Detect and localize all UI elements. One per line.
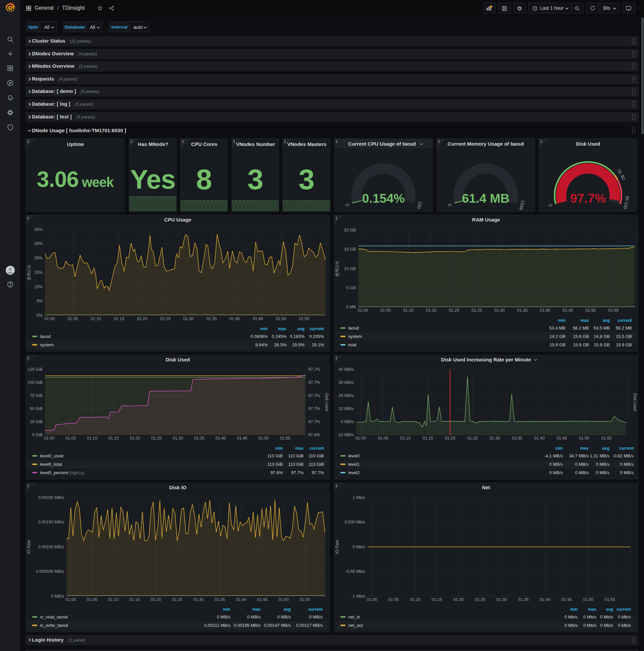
svg-text:01:05: 01:05 — [380, 308, 391, 313]
svg-text:01:10: 01:10 — [87, 436, 97, 441]
svg-text:1589: 1589 — [518, 200, 525, 211]
svg-text:01:05: 01:05 — [87, 597, 97, 602]
svg-text:0.205%: 0.205% — [309, 334, 324, 339]
svg-text:30%: 30% — [34, 227, 42, 232]
svg-text:0 MB/s: 0 MB/s — [620, 470, 634, 475]
svg-text:0 MB/s: 0 MB/s — [549, 462, 563, 467]
svg-text:97.7%: 97.7% — [308, 406, 320, 411]
svg-text:34.7 MB/s: 34.7 MB/s — [569, 453, 589, 458]
svg-text:level0_percent (right-y): level0_percent (right-y) — [40, 470, 85, 475]
svg-text:97.7%: 97.7% — [308, 367, 320, 372]
svg-text:Disk IO: Disk IO — [169, 485, 187, 490]
svg-text:01:20: 01:20 — [453, 597, 463, 602]
svg-text:0 MB/s: 0 MB/s — [341, 420, 354, 424]
svg-text:20 MB/s: 20 MB/s — [339, 393, 354, 398]
svg-text:61.4 MB: 61.4 MB — [462, 191, 510, 205]
svg-text:io_write_taosd: io_write_taosd — [40, 623, 68, 628]
svg-text:01:20: 01:20 — [130, 436, 140, 441]
svg-text:avg: avg — [297, 327, 304, 331]
svg-text:110 GiB: 110 GiB — [288, 453, 303, 458]
svg-text:0 Mb/s: 0 Mb/s — [618, 623, 631, 628]
svg-text:97.6%: 97.6% — [308, 433, 320, 437]
svg-text:97.6%: 97.6% — [270, 470, 283, 475]
svg-text:min: min — [570, 607, 578, 612]
svg-text:-10 MB/s: -10 MB/s — [337, 433, 354, 437]
svg-text:0 Mb/s: 0 Mb/s — [600, 614, 613, 619]
svg-text:Disk Used: Disk Used — [324, 393, 329, 411]
svg-text:current: current — [308, 607, 323, 612]
svg-text:0%: 0% — [37, 313, 42, 318]
svg-text:53.5 MB: 53.5 MB — [594, 326, 610, 331]
svg-text:5 GB: 5 GB — [347, 285, 356, 290]
svg-text:IO Rate: IO Rate — [335, 540, 340, 554]
svg-text:75 GiB: 75 GiB — [30, 393, 42, 398]
svg-text:system: system — [348, 334, 362, 339]
svg-text:max: max — [252, 607, 261, 612]
svg-text:01:15: 01:15 — [108, 436, 119, 441]
svg-text:01:30: 01:30 — [183, 316, 194, 321]
svg-text:max: max — [278, 327, 286, 331]
svg-text:0: 0 — [548, 204, 553, 207]
svg-text:0 Mb/s: 0 Mb/s — [353, 545, 365, 549]
svg-text:0.00147 MB/s: 0.00147 MB/s — [264, 623, 291, 628]
svg-text:01:15: 01:15 — [114, 316, 124, 321]
svg-text:0 MB/s: 0 MB/s — [596, 462, 610, 467]
svg-text:-0.50 Mb/s: -0.50 Mb/s — [346, 569, 365, 574]
svg-text:01:35: 01:35 — [214, 597, 225, 602]
svg-text:01:35: 01:35 — [518, 597, 528, 602]
svg-text:01:30: 01:30 — [173, 436, 183, 441]
svg-text:01:25: 01:25 — [151, 436, 162, 441]
svg-text:min: min — [260, 327, 268, 331]
svg-text:0.0808%: 0.0808% — [251, 334, 268, 339]
svg-text:10 GB: 10 GB — [344, 267, 356, 271]
svg-text:01:40: 01:40 — [540, 308, 550, 313]
svg-text:01:55: 01:55 — [280, 436, 290, 441]
svg-text:01:00: 01:00 — [44, 316, 55, 321]
svg-text:40 MB/s: 40 MB/s — [339, 367, 354, 372]
svg-text:01:25: 01:25 — [467, 436, 478, 441]
svg-text:system: system — [40, 342, 54, 347]
svg-text:avg: avg — [602, 446, 609, 451]
svg-text:15.9 GB: 15.9 GB — [573, 342, 589, 347]
svg-text:01:00: 01:00 — [65, 597, 76, 602]
svg-text:Disk Used Increasing Rate per: Disk Used Increasing Rate per Minute — [441, 357, 531, 363]
svg-text:0 MB/s: 0 MB/s — [51, 594, 64, 599]
svg-text:01:35: 01:35 — [194, 436, 204, 441]
svg-text:0 Mb/s: 0 Mb/s — [583, 614, 597, 619]
svg-text:0.245%: 0.245% — [272, 334, 287, 339]
svg-text:01:50: 01:50 — [258, 436, 269, 441]
svg-text:01:30: 01:30 — [494, 308, 505, 313]
svg-text:97.7%: 97.7% — [312, 470, 324, 475]
svg-text:01:45: 01:45 — [556, 436, 567, 441]
svg-text:01:15: 01:15 — [432, 597, 442, 602]
svg-text:0 MB/s: 0 MB/s — [575, 462, 589, 467]
svg-text:110 GiB: 110 GiB — [309, 453, 324, 458]
svg-text:current: current — [310, 446, 324, 451]
svg-text:01:00: 01:00 — [358, 308, 368, 313]
svg-text:-4.1 MB/s: -4.1 MB/s — [544, 453, 563, 458]
svg-text:01:25: 01:25 — [472, 308, 482, 313]
svg-text:80: 80 — [619, 174, 626, 181]
svg-text:14.2 GB: 14.2 GB — [549, 334, 566, 339]
svg-text:net_in: net_in — [348, 614, 360, 619]
svg-text:io_read_taosd: io_read_taosd — [40, 614, 67, 619]
svg-text:113 GiB: 113 GiB — [267, 462, 283, 467]
svg-text:0 Mb/s: 0 Mb/s — [565, 614, 578, 619]
svg-text:Disk Used: Disk Used — [633, 393, 637, 411]
svg-text:01:05: 01:05 — [378, 436, 388, 441]
svg-text:0.00111 MB/s: 0.00111 MB/s — [204, 623, 231, 628]
svg-text:15.9 GB: 15.9 GB — [616, 342, 632, 347]
svg-text:-1 Mb/s: -1 Mb/s — [351, 594, 365, 599]
svg-text:01:25: 01:25 — [160, 316, 170, 321]
svg-text:0.500 Mb/s: 0.500 Mb/s — [345, 520, 365, 525]
svg-text:15.9 GB: 15.9 GB — [549, 342, 566, 347]
svg-text:19.1%: 19.1% — [312, 342, 324, 347]
svg-text:0 GiB: 0 GiB — [32, 433, 42, 437]
svg-text:min: min — [223, 607, 230, 612]
svg-text:0.00150 MB/s: 0.00150 MB/s — [38, 520, 64, 525]
svg-text:01:25: 01:25 — [172, 597, 182, 602]
svg-text:01:15: 01:15 — [423, 436, 433, 441]
svg-text:97.7%: 97.7% — [291, 470, 303, 475]
svg-text:01:35: 01:35 — [206, 316, 217, 321]
svg-text:97.7%: 97.7% — [308, 393, 320, 398]
